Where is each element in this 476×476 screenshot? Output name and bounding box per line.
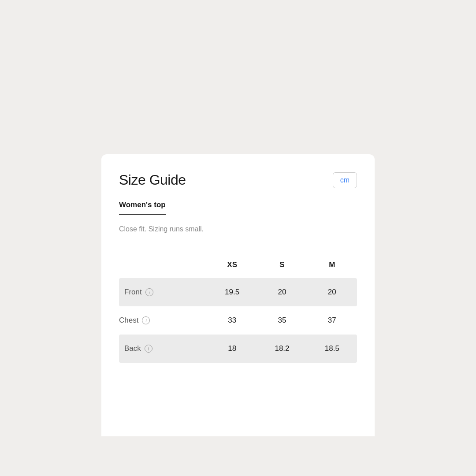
col-header-s: S	[257, 255, 307, 278]
fit-description: Close fit. Sizing runs small.	[119, 225, 357, 233]
col-header-m: M	[307, 255, 357, 278]
modal-panel: Size Guide cm Women's top Close fit. Siz…	[101, 154, 375, 436]
cell-back-xs: 18	[207, 335, 257, 363]
header-row: Size Guide cm	[119, 172, 357, 188]
row-label-chest: Chest	[119, 316, 138, 325]
cell-front-s: 20	[257, 278, 307, 306]
cell-chest-s: 35	[257, 306, 307, 335]
category-label: Women's top	[119, 201, 166, 209]
category-row: Women's top	[119, 201, 166, 215]
cell-chest-xs: 33	[207, 306, 257, 335]
phone-container: Size Guide cm Women's top Close fit. Siz…	[101, 40, 375, 436]
col-header-xs: XS	[207, 255, 257, 278]
cell-chest-m: 37	[307, 306, 357, 335]
table-row: Chesti333537	[119, 306, 357, 335]
table-row: Fronti19.52020	[119, 278, 357, 306]
cell-front-m: 20	[307, 278, 357, 306]
cell-front-xs: 19.5	[207, 278, 257, 306]
table-row: Backi1818.218.5	[119, 335, 357, 363]
info-icon[interactable]: i	[145, 288, 153, 296]
info-icon[interactable]: i	[145, 345, 152, 353]
cell-back-m: 18.5	[307, 335, 357, 363]
table-header-row: XS S M	[119, 255, 357, 278]
info-icon[interactable]: i	[142, 316, 150, 324]
unit-toggle-button[interactable]: cm	[333, 172, 357, 188]
row-label-front: Front	[124, 288, 142, 297]
size-table: XS S M Fronti19.52020Chesti333537Backi18…	[119, 255, 357, 363]
cell-back-s: 18.2	[257, 335, 307, 363]
page-title: Size Guide	[119, 172, 186, 188]
row-label-back: Back	[124, 344, 141, 353]
col-header-label	[119, 255, 207, 278]
